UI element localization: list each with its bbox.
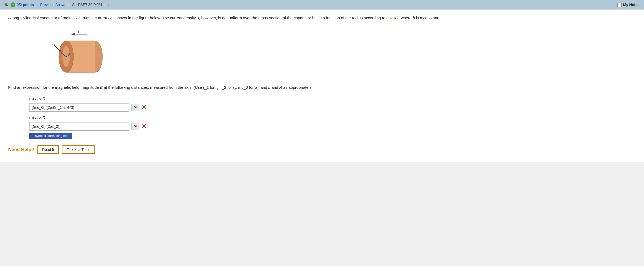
symbolic-plus-icon: + [32,134,34,138]
svg-text:r2: r2 [52,42,55,47]
read-it-button[interactable]: Read It [37,145,59,154]
svg-text:R: R [68,53,71,57]
part-b-view-button[interactable]: 👁 [131,123,139,130]
problem-description: A long, cylindrical conductor of radius … [8,15,636,21]
symbolic-help-row: + symbolic formatting help [29,133,636,139]
header-bar: 6. + 0/2 points | Previous Answers SerPS… [0,0,644,9]
previous-answers-link[interactable]: Previous Answers [40,3,69,7]
current-density-J: J [197,16,199,20]
header-left: 6. + 0/2 points | Previous Answers SerPS… [4,2,111,7]
current-I: I [108,16,109,20]
points-badge: + 0/2 points [11,2,34,7]
symbolic-help-label: symbolic formatting help [35,134,69,138]
problem-id: SerPSE7 30.P.031.soln. [72,3,111,7]
part-a-answer-row: 👁 ✕ [29,103,636,112]
part-b-wrong-icon: ✕ [142,123,146,130]
formula-3br: 3br [393,16,399,20]
content-area: A long, cylindrical conductor of radius … [0,9,644,162]
svg-point-14 [66,56,67,57]
diagram-container: I r2 r1 R [24,26,636,79]
part-a-label: (a) r1 < R [29,96,636,102]
part-a-wrong-icon: ✕ [142,104,146,111]
points-text: 0/2 points [17,3,34,7]
plus-circle-icon: + [11,2,15,7]
svg-text:I: I [78,29,79,33]
my-notes-button[interactable]: My Notes [617,3,640,7]
part-b-input[interactable] [29,122,129,131]
question-number: 6. [4,2,8,7]
need-help-label: Need Help? [8,147,34,152]
part-a-view-button[interactable]: 👁 [131,104,139,111]
notes-checkbox[interactable] [617,3,622,7]
part-a-input[interactable] [29,103,129,112]
part-b-container: (b) r2 > R 👁 ✕ + symbolic formatting hel… [29,115,636,139]
cylinder-diagram: I r2 r1 R [45,26,114,79]
view-icon: 👁 [134,105,137,110]
need-help-section: Need Help? Read It Talk to a Tutor [8,145,636,154]
separator: | [37,3,38,7]
part-b-answer-row: 👁 ✕ [29,122,636,131]
part-b-label: (b) r2 > R [29,115,636,121]
my-notes-label: My Notes [623,3,640,7]
radius-R: R [75,16,77,20]
view-icon-b: 👁 [134,124,137,129]
talk-to-tutor-button[interactable]: Talk to a Tutor [62,145,95,154]
part-a-container: (a) r1 < R 👁 ✕ [29,96,636,112]
find-expression-text: Find an expression for the magnetic fiel… [8,84,636,91]
symbolic-help-button[interactable]: + symbolic formatting help [29,133,72,139]
